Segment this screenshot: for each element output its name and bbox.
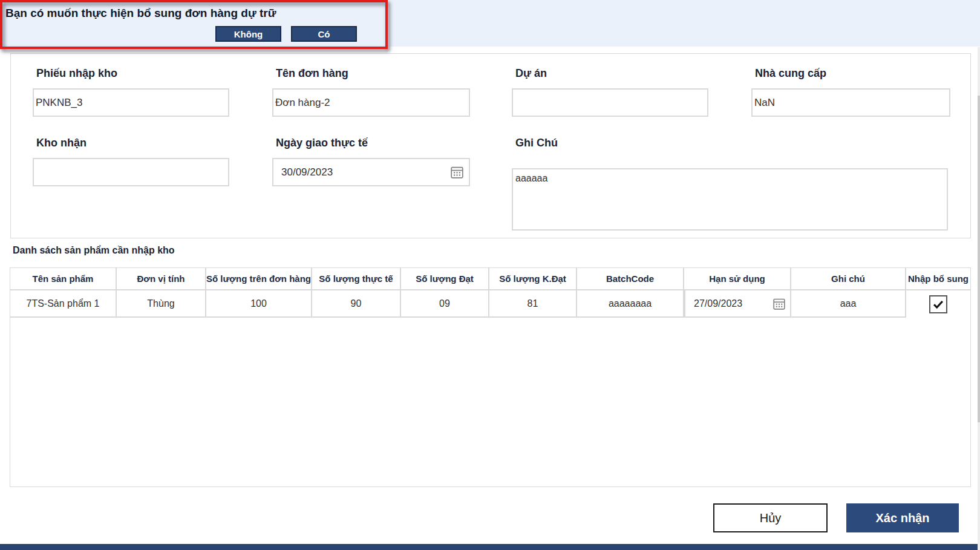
- col-header-so-luong-dat: Số lượng Đạt: [401, 268, 489, 290]
- cell-nhap-bo-sung: [906, 290, 970, 318]
- vertical-scrollbar[interactable]: [978, 47, 980, 550]
- col-header-ten-san-pham: Tên sản phẩm: [10, 268, 117, 290]
- cell-so-luong-dat: 09: [401, 290, 489, 318]
- cancel-button[interactable]: Hủy: [713, 503, 828, 532]
- col-header-nhap-bo-sung: Nhập bổ sung: [906, 268, 970, 290]
- label-du-an: Dự án: [515, 67, 547, 80]
- ngay-giao-thuc-te-datepicker[interactable]: [272, 158, 470, 186]
- yes-button[interactable]: Có: [291, 26, 357, 42]
- products-table: Tên sản phẩm Đơn vị tính Số lượng trên đ…: [10, 267, 971, 487]
- label-ten-don-hang: Tên đơn hàng: [276, 67, 348, 80]
- kho-nhan-input[interactable]: [33, 158, 229, 186]
- cell-ghi-chu: aaa: [791, 290, 906, 318]
- cell-han-su-dung-datepicker[interactable]: 27/09/2023: [684, 289, 791, 318]
- checkmark-icon: [932, 298, 945, 311]
- cell-so-luong-thuc-te: 90: [312, 290, 401, 318]
- label-kho-nhan: Kho nhận: [36, 137, 87, 149]
- phieu-nhap-kho-input[interactable]: [33, 88, 229, 117]
- label-nha-cung-cap: Nhà cung cấp: [755, 67, 826, 80]
- col-header-so-luong-k-dat: Số lượng K.Đạt: [489, 268, 577, 290]
- ngay-giao-thuc-te-input[interactable]: [273, 166, 451, 178]
- calendar-icon[interactable]: [773, 298, 785, 310]
- han-su-dung-value[interactable]: 27/09/2023: [685, 298, 773, 309]
- du-an-input[interactable]: [512, 88, 708, 117]
- cell-so-luong-k-dat: 81: [489, 290, 577, 318]
- confirmation-banner: Bạn có muốn thực hiện bổ sung đơn hàng d…: [0, 0, 980, 47]
- cell-batchcode: aaaaaaaa: [577, 290, 684, 318]
- no-button[interactable]: Không: [215, 26, 281, 42]
- nha-cung-cap-input[interactable]: [751, 88, 950, 117]
- label-ghi-chu: Ghi Chú: [515, 137, 558, 149]
- col-header-don-vi-tinh: Đơn vị tính: [117, 268, 206, 290]
- ghi-chu-textarea[interactable]: aaaaaa: [512, 168, 948, 231]
- banner-message: Bạn có muốn thực hiện bổ sung đơn hàng d…: [5, 7, 276, 20]
- col-header-han-su-dung: Hạn sử dụng: [684, 268, 791, 290]
- label-ngay-giao-thuc-te: Ngày giao thực tế: [276, 137, 368, 149]
- ten-don-hang-input[interactable]: [272, 88, 470, 117]
- products-section-title: Danh sách sản phẩm cần nhập kho: [13, 245, 175, 256]
- cell-ten-san-pham: 7TS-Sản phẩm 1: [10, 290, 117, 318]
- confirm-button[interactable]: Xác nhận: [846, 503, 959, 532]
- col-header-so-luong-tren-don-hang: Số lượng trên đơn hàng: [206, 268, 312, 290]
- bottom-navy-strip: [0, 544, 980, 550]
- cell-don-vi-tinh: Thùng: [117, 290, 206, 318]
- col-header-batchcode: BatchCode: [577, 268, 684, 290]
- products-table-header: Tên sản phẩm Đơn vị tính Số lượng trên đ…: [10, 268, 970, 290]
- col-header-so-luong-thuc-te: Số lượng thực tế: [312, 268, 401, 290]
- label-phieu-nhap-kho: Phiếu nhập kho: [36, 67, 117, 80]
- scrollbar-thumb[interactable]: [978, 96, 980, 422]
- cell-so-luong-tren-don-hang: 100: [206, 290, 312, 318]
- calendar-icon[interactable]: [451, 166, 463, 178]
- product-row: 7TS-Sản phẩm 1 Thùng 100 90 09 81 aaaaaa…: [10, 290, 970, 318]
- col-header-ghi-chu: Ghi chú: [791, 268, 906, 290]
- receipt-form-card: Phiếu nhập kho Tên đơn hàng Dự án Nhà cu…: [10, 53, 971, 238]
- nhap-bo-sung-checkbox[interactable]: [929, 295, 947, 313]
